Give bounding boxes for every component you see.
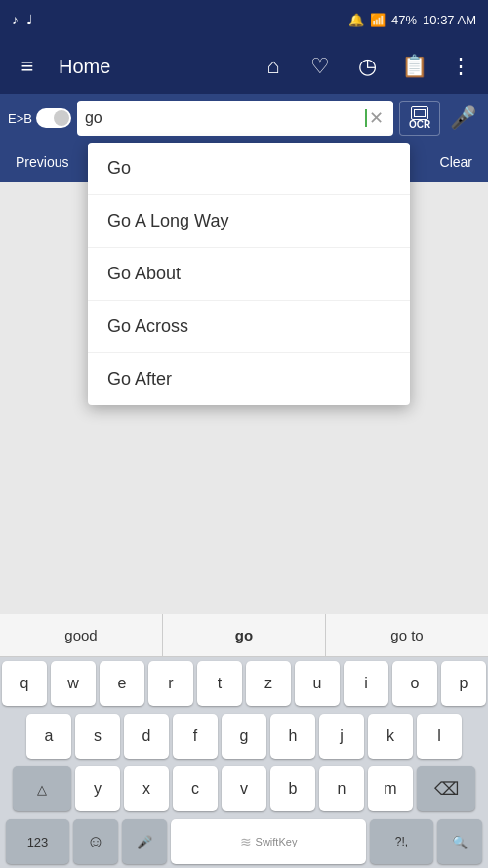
- key-row-4: 123 ☺ 🎤 ≋ SwiftKey ?!, 🔍: [0, 815, 488, 868]
- clear-button[interactable]: Clear: [432, 150, 480, 174]
- status-bar-right: 🔔 📶 47% 10:37 AM: [348, 13, 476, 27]
- app-bar: ≡ Home ⌂ ♡ ◷ 📋 ⋮: [0, 39, 488, 94]
- key-r[interactable]: r: [148, 661, 193, 706]
- suggestion-good[interactable]: good: [0, 614, 163, 656]
- more-button[interactable]: ⋮: [445, 51, 476, 82]
- notification-icon: 🔔: [348, 13, 364, 27]
- key-l[interactable]: l: [417, 714, 462, 759]
- autocomplete-item-4[interactable]: Go After: [88, 353, 410, 405]
- key-m[interactable]: m: [368, 766, 413, 811]
- key-a[interactable]: a: [26, 714, 71, 759]
- ocr-icon: [411, 106, 428, 120]
- autocomplete-item-1[interactable]: Go A Long Way: [88, 195, 410, 248]
- key-i[interactable]: i: [344, 661, 388, 706]
- mic-key[interactable]: 🎤: [122, 819, 167, 864]
- key-p[interactable]: p: [441, 661, 486, 706]
- key-c[interactable]: c: [173, 766, 218, 811]
- ocr-label: OCR: [409, 120, 430, 130]
- autocomplete-item-3[interactable]: Go Across: [88, 301, 410, 353]
- lang-label: E>B: [8, 111, 32, 126]
- favorites-button[interactable]: ♡: [305, 51, 336, 82]
- clear-x-button[interactable]: ✕: [367, 107, 386, 129]
- key-j[interactable]: j: [319, 714, 364, 759]
- key-z[interactable]: z: [246, 661, 291, 706]
- search-key[interactable]: 🔍: [437, 819, 482, 864]
- search-input-wrapper[interactable]: go ✕: [77, 101, 393, 136]
- autocomplete-item-0[interactable]: Go: [88, 143, 410, 195]
- autocomplete-item-2[interactable]: Go About: [88, 248, 410, 301]
- mic-button[interactable]: 🎤: [446, 105, 480, 131]
- search-row: E>B go ✕ OCR 🎤: [0, 94, 488, 143]
- key-t[interactable]: t: [197, 661, 242, 706]
- status-bar-left: ♪ ♩: [12, 12, 33, 27]
- suggestion-goto[interactable]: go to: [326, 614, 488, 656]
- app-title: Home: [59, 56, 242, 78]
- emoji-key[interactable]: ☺: [73, 819, 118, 864]
- suggestions-row: good go go to: [0, 614, 488, 657]
- key-x[interactable]: x: [124, 766, 169, 811]
- signal-icon: 📶: [370, 13, 386, 27]
- autocomplete-dropdown: Go Go A Long Way Go About Go Across Go A…: [88, 143, 410, 405]
- key-q[interactable]: q: [2, 661, 47, 706]
- ocr-button[interactable]: OCR: [399, 101, 440, 136]
- music-icon: ♪: [12, 12, 19, 27]
- note-icon: ♩: [26, 12, 33, 27]
- suggestion-go[interactable]: go: [163, 614, 326, 656]
- battery-icon: 47%: [391, 13, 417, 27]
- shift-key[interactable]: △: [13, 766, 71, 811]
- key-g[interactable]: g: [222, 714, 266, 759]
- key-s[interactable]: s: [75, 714, 120, 759]
- backspace-key[interactable]: ⌫: [417, 766, 475, 811]
- key-h[interactable]: h: [270, 714, 315, 759]
- time-display: 10:37 AM: [423, 13, 476, 27]
- keyboard: good go go to q w e r t z u i o p a s d …: [0, 614, 488, 868]
- key-row-3: △ y x c v b n m ⌫: [0, 763, 488, 815]
- toggle-knob: [54, 110, 69, 126]
- key-f[interactable]: f: [173, 714, 218, 759]
- key-row-2: a s d f g h j k l: [0, 710, 488, 763]
- key-e[interactable]: e: [100, 661, 144, 706]
- home-button[interactable]: ⌂: [258, 51, 289, 82]
- key-y[interactable]: y: [75, 766, 120, 811]
- key-k[interactable]: k: [368, 714, 413, 759]
- search-input-text: go: [85, 109, 365, 127]
- key-n[interactable]: n: [319, 766, 364, 811]
- space-key[interactable]: ≋ SwiftKey: [171, 819, 366, 864]
- previous-button[interactable]: Previous: [8, 150, 76, 174]
- toggle-switch[interactable]: [36, 108, 71, 128]
- key-d[interactable]: d: [124, 714, 169, 759]
- numbers-key[interactable]: 123: [6, 819, 69, 864]
- status-bar: ♪ ♩ 🔔 📶 47% 10:37 AM: [0, 0, 488, 39]
- key-row-1: q w e r t z u i o p: [0, 657, 488, 710]
- key-v[interactable]: v: [222, 766, 266, 811]
- language-toggle[interactable]: E>B: [8, 108, 71, 128]
- menu-button[interactable]: ≡: [12, 51, 43, 82]
- key-w[interactable]: w: [51, 661, 96, 706]
- swiftkey-label: SwiftKey: [256, 836, 298, 847]
- key-o[interactable]: o: [392, 661, 437, 706]
- punctuation-key[interactable]: ?!,: [370, 819, 433, 864]
- history-button[interactable]: ◷: [351, 51, 383, 82]
- key-u[interactable]: u: [295, 661, 340, 706]
- clipboard-button[interactable]: 📋: [398, 51, 429, 82]
- key-b[interactable]: b: [270, 766, 315, 811]
